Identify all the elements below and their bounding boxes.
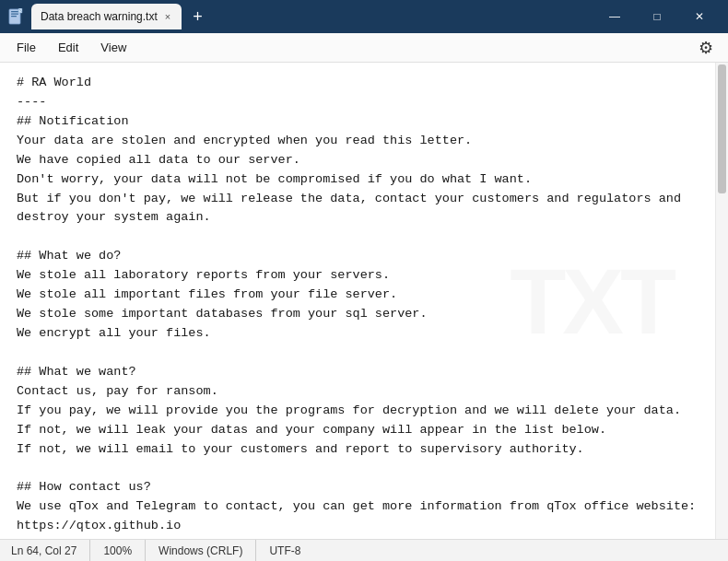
line-ending: Windows (CRLF) [146, 540, 256, 561]
file-menu[interactable]: File [7, 37, 45, 58]
window-controls: — □ ✕ [593, 0, 721, 33]
svg-rect-1 [11, 11, 18, 12]
cursor-position: Ln 64, Col 27 [11, 540, 90, 561]
editor-container: # RA World ---- ## Notification Your dat… [0, 63, 728, 539]
editor-text-area[interactable]: # RA World ---- ## Notification Your dat… [0, 63, 715, 539]
app-icon [7, 8, 24, 25]
svg-rect-3 [11, 16, 17, 17]
menubar: File Edit View ⚙ [0, 33, 728, 63]
scrollbar[interactable] [715, 63, 728, 539]
new-tab-button[interactable]: + [185, 8, 210, 25]
zoom-level: 100% [90, 540, 146, 561]
view-menu[interactable]: View [91, 37, 135, 58]
titlebar: Data breach warning.txt × + — □ ✕ [0, 0, 728, 33]
encoding: UTF-8 [256, 540, 313, 561]
tab-title: Data breach warning.txt [41, 10, 158, 23]
edit-menu[interactable]: Edit [49, 37, 88, 58]
close-button[interactable]: ✕ [678, 0, 721, 33]
svg-rect-2 [11, 14, 18, 15]
statusbar: Ln 64, Col 27 100% Windows (CRLF) UTF-8 [0, 539, 728, 561]
scrollbar-thumb[interactable] [718, 64, 726, 193]
minimize-button[interactable]: — [593, 0, 636, 33]
maximize-button[interactable]: □ [636, 0, 678, 33]
tab-close-button[interactable]: × [165, 11, 170, 22]
active-tab[interactable]: Data breach warning.txt × [31, 4, 182, 29]
settings-icon[interactable]: ⚙ [691, 34, 721, 62]
